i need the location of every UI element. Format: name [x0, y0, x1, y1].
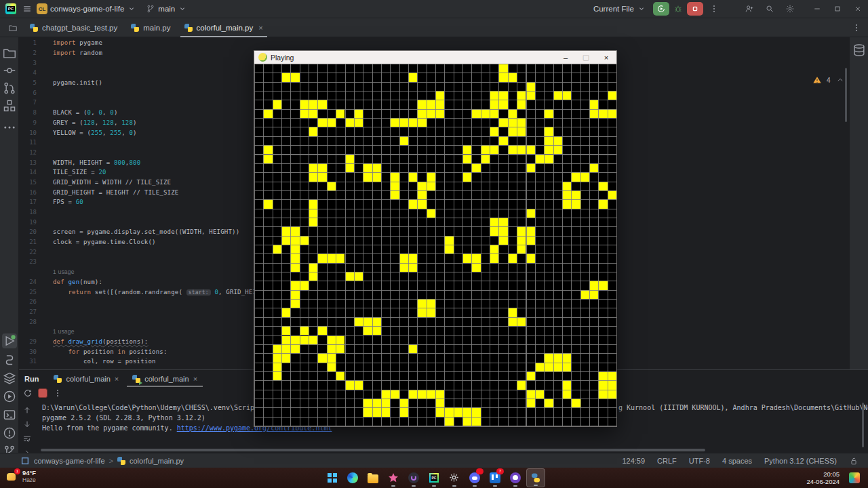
media-app-icon[interactable] [849, 472, 860, 483]
scroll-up-icon[interactable] [22, 405, 32, 415]
structure-icon[interactable] [2, 98, 17, 113]
pygame-title-bar[interactable]: Playing – ▢ × [254, 51, 616, 64]
console-options-icon[interactable] [53, 388, 62, 398]
status-item[interactable]: Python 3.12 (CHESS) [764, 457, 837, 465]
status-item[interactable]: CRLF [657, 457, 677, 465]
taskbar-clock[interactable]: 20:05 24-06-2024 [806, 470, 840, 485]
database-icon[interactable] [852, 43, 867, 58]
line-number[interactable]: 14 [19, 169, 37, 176]
line-number[interactable]: 13 [19, 159, 37, 166]
breadcrumb-file[interactable]: colorful_main.py [130, 457, 184, 465]
line-number[interactable]: 4 [19, 69, 37, 76]
terminal-icon[interactable] [2, 407, 17, 422]
utorrent-icon[interactable] [404, 468, 423, 487]
close-tab-icon[interactable]: × [258, 24, 262, 32]
game-of-life-grid[interactable] [254, 64, 616, 426]
pygame-close-button[interactable]: × [596, 51, 616, 64]
soft-wrap-icon[interactable] [22, 434, 32, 443]
line-number[interactable]: 1 [19, 39, 37, 46]
more-actions-icon[interactable] [705, 4, 723, 14]
pull-requests-icon[interactable] [2, 81, 17, 96]
pygame-minimize-button[interactable]: – [555, 51, 576, 64]
line-number[interactable]: 7 [19, 99, 37, 106]
discord-icon[interactable] [465, 468, 484, 487]
inspections-widget[interactable]: 4 [812, 75, 849, 85]
line-number[interactable]: 31 [19, 358, 37, 365]
run-tab-colorful_main[interactable]: colorful_main× [125, 370, 204, 387]
code-with-me-icon[interactable] [739, 4, 760, 14]
search-icon[interactable] [760, 4, 780, 14]
run-button[interactable] [653, 2, 669, 16]
trello-icon[interactable]: 7 [486, 468, 505, 487]
minimize-button[interactable] [807, 0, 827, 18]
services-icon[interactable] [2, 371, 17, 386]
close-button[interactable] [848, 0, 868, 18]
tab-options-icon[interactable] [852, 18, 868, 37]
chevron-up-icon[interactable] [835, 75, 845, 85]
status-item[interactable]: 4 spaces [722, 457, 752, 465]
settings-gear-icon[interactable] [780, 4, 800, 14]
close-tab-icon[interactable]: × [115, 375, 119, 383]
file-explorer-icon[interactable] [363, 468, 382, 487]
maximize-button[interactable] [827, 0, 848, 18]
line-number[interactable]: 10 [19, 129, 37, 136]
pycharm-icon[interactable] [425, 468, 443, 487]
stop-button[interactable] [687, 2, 703, 16]
play-circle-icon[interactable] [2, 389, 17, 404]
line-number[interactable]: 16 [19, 189, 37, 196]
breadcrumb-project[interactable]: conways-game-of-life [34, 457, 105, 465]
run-tab-colorful_main[interactable]: colorful_main× [47, 370, 125, 387]
scroll-down-icon[interactable] [22, 420, 32, 429]
line-number[interactable]: 24 [19, 279, 37, 285]
project-selector[interactable]: CL conways-game-of-life [32, 0, 141, 18]
edge-icon[interactable] [343, 468, 362, 487]
weather-widget[interactable]: 94°F Haze [5, 470, 36, 483]
line-number[interactable]: 5 [19, 79, 37, 86]
close-tab-icon[interactable]: × [193, 375, 197, 383]
tab-chatgpt_basic_test.py[interactable]: chatgpt_basic_test.py [23, 18, 124, 37]
github-desktop-icon[interactable] [506, 468, 525, 487]
branch-selector[interactable]: main [141, 0, 192, 18]
settings-icon[interactable] [445, 468, 464, 487]
status-item[interactable]: UTF-8 [689, 457, 710, 465]
run-icon[interactable] [2, 333, 17, 348]
status-item[interactable]: 124:59 [622, 457, 645, 465]
folder-icon[interactable] [3, 18, 23, 37]
windows-start-icon[interactable] [323, 468, 342, 487]
line-number[interactable]: 30 [19, 348, 37, 355]
line-number[interactable]: 11 [19, 139, 37, 146]
stop-process-icon[interactable] [38, 388, 47, 398]
line-number[interactable]: 27 [19, 308, 37, 315]
line-number[interactable]: 28 [19, 319, 37, 325]
line-number[interactable]: 20 [19, 228, 37, 235]
console-hscrollbar[interactable] [41, 449, 705, 451]
line-number[interactable]: 25 [19, 289, 37, 296]
project-folder-icon[interactable] [2, 45, 17, 60]
line-number[interactable]: 8 [19, 109, 37, 116]
more-tools-icon[interactable] [2, 120, 17, 135]
line-number[interactable]: 9 [19, 119, 37, 126]
line-number[interactable]: 6 [19, 89, 37, 96]
tab-main.py[interactable]: main.py [124, 18, 177, 37]
line-number[interactable]: 18 [19, 209, 37, 216]
star-app-icon[interactable] [384, 468, 403, 487]
commit-icon[interactable] [2, 63, 17, 78]
debug-icon[interactable] [671, 4, 685, 14]
line-number[interactable]: 3 [19, 60, 37, 66]
problems-icon[interactable] [2, 426, 17, 441]
line-number[interactable]: 2 [19, 49, 37, 56]
console-vscrollbar[interactable] [862, 403, 864, 447]
run-config-selector[interactable]: Current File [589, 0, 651, 18]
python-console-icon[interactable] [2, 352, 17, 367]
lock-icon[interactable] [849, 456, 859, 466]
line-number[interactable]: 21 [19, 239, 37, 245]
line-number[interactable]: 12 [19, 149, 37, 156]
line-number[interactable]: 26 [19, 298, 37, 305]
line-number[interactable]: 17 [19, 199, 37, 205]
line-number[interactable]: 19 [19, 219, 37, 226]
line-number[interactable]: 22 [19, 249, 37, 256]
line-number[interactable]: 15 [19, 179, 37, 186]
python-app-icon[interactable] [526, 468, 545, 487]
main-menu-icon[interactable] [22, 4, 32, 14]
tab-colorful_main.py[interactable]: colorful_main.py× [178, 18, 270, 37]
